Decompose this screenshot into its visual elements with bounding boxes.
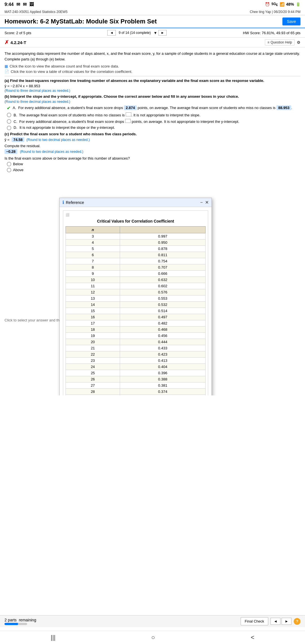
radio-b: [7, 113, 11, 117]
part-c-round-note: (Round to two decimal places as needed.): [27, 138, 90, 142]
table-cell-val: 0.482: [120, 320, 206, 327]
intro-text: The accompanying data represent the numb…: [5, 51, 300, 62]
residual-note: (Round to two decimal places as needed.): [20, 150, 83, 154]
col-val-header: [120, 227, 206, 233]
radio-c: [7, 119, 11, 124]
mail-icon: ✉: [16, 2, 20, 7]
table-cell-val: 0.997: [120, 233, 206, 240]
data-link-2[interactable]: 📄 Click the icon to view a table of crit…: [5, 69, 300, 74]
table-cell-val: 0.374: [120, 389, 206, 395]
next-question-button[interactable]: ►: [158, 30, 167, 36]
table-cell-val: 0.423: [120, 351, 206, 358]
status-bar: 9:44 ✉ ✉ 🖼 ⏰ 5GE 📶 48% 🔋: [0, 0, 305, 9]
below-above-options: Below Above: [7, 162, 300, 172]
score-display: Score: 2 of 5 pts: [5, 31, 31, 35]
table-cell-n: 8: [66, 264, 120, 271]
table-cell-n: 22: [66, 351, 120, 358]
option-d[interactable]: D. It is not appropriate to interpret th…: [7, 125, 300, 130]
final-question: Is the final exam score above or below a…: [5, 156, 300, 160]
data-link-1[interactable]: ▦ Click the icon to view the absence cou…: [5, 64, 300, 68]
table-cell-val: 0.396: [120, 370, 206, 376]
table-cell-val: 0.553: [120, 295, 206, 302]
table-cell-n: 25: [66, 370, 120, 376]
table-cell-val: 0.950: [120, 240, 206, 246]
modal-titlebar: ℹ Reference − ✕: [60, 198, 212, 207]
table-cell-n: 14: [66, 302, 120, 308]
status-left: 9:44 ✉ ✉ 🖼: [5, 2, 34, 7]
course-bar: MAT-240-X5051 Applied Statistics 20EW5 C…: [0, 9, 305, 15]
question-help-button[interactable]: ≡ Question Help: [265, 39, 295, 45]
value-intercept: 88.953: [276, 105, 291, 110]
table-cell-val: 0.632: [120, 277, 206, 283]
modal-controls: − ✕: [200, 200, 209, 205]
table-cell-n: 7: [66, 258, 120, 264]
option-b[interactable]: B. The average final exam score of stude…: [7, 112, 300, 117]
part-a-equation: ŷ = −2.874 x + 88.953: [5, 84, 300, 88]
close-modal-button[interactable]: ✕: [205, 200, 209, 205]
settings-icon[interactable]: ⚙: [297, 40, 300, 45]
table-cell-n: 26: [66, 376, 120, 382]
page-header: Homework: 6-2 MyStatLab: Module Six Prob…: [0, 15, 305, 28]
table-cell-val: 0.878: [120, 246, 206, 252]
above-label: Above: [13, 168, 23, 172]
radio-above: [7, 168, 11, 172]
table-cell-n: 4: [66, 240, 120, 246]
table-cell-n: 27: [66, 382, 120, 389]
option-a[interactable]: ✔ A. For every additional absence, a stu…: [7, 105, 300, 111]
help-label: Question Help: [271, 40, 292, 44]
modal-body: ⬜ Critical Values for Correlation Coeffi…: [60, 207, 212, 395]
table-cell-n: 3: [66, 233, 120, 240]
equation-text: ŷ = −2.874 x + 88.953: [5, 84, 40, 88]
residual-answer-row: −0.28 (Round to two decimal places as ne…: [5, 149, 300, 154]
option-c[interactable]: C. For every additional absence, a stude…: [7, 119, 300, 124]
residual-value: −0.28: [5, 149, 17, 154]
course-meta: Chee ting Yap | 06/20/20 9:44 PM: [250, 10, 300, 14]
link-text-1: Click the icon to view the absence count…: [10, 64, 119, 68]
nav-controls: ◄ 9 of 14 (14 complete) ▼ ►: [107, 30, 167, 36]
dropdown-icon[interactable]: ▼: [154, 31, 157, 35]
minimize-button[interactable]: −: [200, 200, 203, 205]
info-icon: ℹ: [62, 200, 64, 205]
table-cell-n: 28: [66, 389, 120, 395]
residual-label: Compute the residual.: [5, 144, 300, 148]
part-a-round-note: (Round to three decimal places as needed…: [5, 89, 300, 93]
option-d-full: It is not appropriate to interpret the s…: [19, 125, 115, 130]
table-cell-n: 9: [66, 271, 120, 277]
table-cell-n: 20: [66, 339, 120, 345]
course-name: MAT-240-X5051 Applied Statistics 20EW5: [5, 10, 67, 14]
table-cell-n: 13: [66, 295, 120, 302]
option-c-text: C. For every additional absence, a stude…: [14, 119, 239, 124]
content-area: The accompanying data represent the numb…: [0, 47, 305, 177]
reference-modal: ℹ Reference − ✕ ⬜ Critical Values for Co…: [59, 198, 212, 395]
battery-icon: 🔋: [296, 2, 300, 6]
prev-question-button[interactable]: ◄: [107, 30, 116, 36]
signal-icon: 📶: [280, 2, 284, 6]
option-d-text: D.: [14, 125, 17, 130]
table-icon: ▦: [5, 64, 8, 68]
part-b-round-note: (Round to three decimal places as needed…: [5, 100, 300, 104]
option-below[interactable]: Below: [7, 162, 300, 166]
table-cell-n: 11: [66, 283, 120, 289]
network-label: 5GE: [271, 2, 278, 6]
image-icon: 🖼: [29, 2, 34, 7]
table-cell-val: 0.367: [120, 395, 206, 396]
save-button[interactable]: Save: [282, 18, 300, 25]
table-cell-val: 0.602: [120, 283, 206, 289]
table-cell-n: 10: [66, 277, 120, 283]
table-cell-val: 0.381: [120, 382, 206, 389]
option-above[interactable]: Above: [7, 167, 300, 172]
modal-inner: ⬜ Critical Values for Correlation Coeffi…: [63, 210, 208, 395]
status-right: ⏰ 5GE 📶 48% 🔋: [265, 2, 300, 6]
table-cell-val: 0.413: [120, 358, 206, 364]
modal-title-left: ℹ Reference: [62, 200, 84, 205]
table-caption: Critical Values for Correlation Coeffici…: [66, 218, 206, 225]
table-cell-val: 0.811: [120, 252, 206, 258]
alarm-icon: ⏰: [265, 2, 270, 6]
message-icon: ✉: [23, 2, 27, 7]
table-cell-n: 21: [66, 345, 120, 351]
question-status-icon: ✗: [5, 39, 9, 45]
battery-label: 48%: [286, 2, 294, 6]
radio-below: [7, 162, 11, 166]
predicted-value: 74.58: [12, 137, 24, 142]
below-label: Below: [13, 162, 23, 166]
